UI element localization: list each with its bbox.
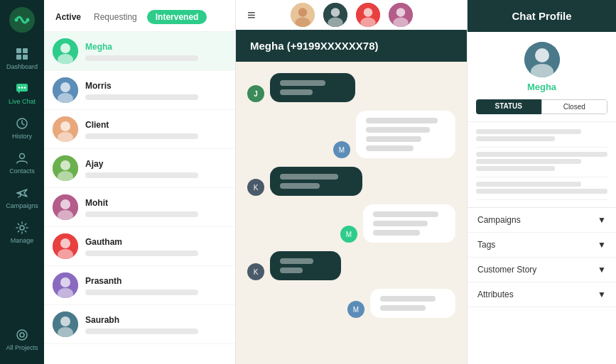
svg-point-23 — [60, 121, 70, 131]
msg-line — [380, 296, 436, 302]
svg-point-41 — [298, 8, 307, 17]
sidebar-item-history[interactable]: History — [0, 111, 44, 145]
dropdown-label: Tags — [477, 240, 495, 250]
message-bubble-received — [356, 111, 455, 158]
msg-avatar: M — [347, 301, 364, 318]
contact-name: Mohit — [85, 198, 227, 208]
svg-point-10 — [24, 87, 26, 89]
avatar — [53, 272, 78, 298]
contact-name: Ajay — [85, 159, 227, 169]
msg-avatar: J — [247, 85, 264, 102]
app-logo[interactable] — [9, 7, 35, 33]
message-preview — [85, 55, 198, 61]
dropdown-section: Campaigns ▼ Tags ▼ Customer Story ▼ Attr… — [468, 207, 616, 307]
top-avatar[interactable] — [387, 1, 414, 28]
svg-point-53 — [535, 48, 549, 62]
svg-point-42 — [295, 18, 310, 28]
msg-avatar: K — [247, 263, 264, 280]
svg-point-17 — [60, 43, 70, 53]
contact-name: Gautham — [85, 237, 227, 247]
msg-line — [280, 268, 303, 273]
top-avatars-bar: ≡ — [236, 0, 467, 30]
message-bubble-sent — [270, 251, 341, 280]
list-item[interactable]: Prasanth — [44, 266, 235, 305]
msg-line — [280, 174, 338, 180]
list-item[interactable]: Gautham — [44, 227, 235, 266]
list-item[interactable]: Megha — [44, 32, 235, 71]
svg-rect-3 — [16, 48, 21, 53]
list-item[interactable]: Saurabh — [44, 305, 235, 344]
chat-item-info: Morris — [85, 81, 227, 100]
svg-rect-5 — [16, 55, 21, 60]
message-preview — [85, 289, 198, 295]
list-item[interactable]: Ajay — [44, 149, 235, 188]
sidebar-item-campaigns[interactable]: Campaigns — [0, 180, 44, 215]
campaigns-icon — [15, 186, 29, 200]
svg-point-44 — [330, 8, 340, 17]
sidebar-item-manage[interactable]: Manage — [0, 215, 44, 250]
profile-avatar — [524, 42, 560, 77]
sidebar-item-all-projects[interactable]: All Projects — [0, 322, 44, 357]
message-row: K — [247, 167, 455, 196]
svg-point-45 — [328, 18, 342, 28]
filter-icon[interactable]: ≡ — [247, 7, 256, 23]
dropdown-customer-story[interactable]: Customer Story ▼ — [468, 258, 616, 282]
chat-tabs: Active Requesting Intervened — [44, 0, 235, 32]
message-row: K — [247, 251, 455, 280]
all-projects-icon — [15, 328, 29, 342]
dropdown-campaigns[interactable]: Campaigns ▼ — [468, 208, 616, 233]
sidebar-item-contacts[interactable]: Contacts — [0, 145, 44, 180]
avatar — [53, 311, 78, 337]
message-preview — [85, 172, 198, 178]
svg-point-1 — [15, 18, 18, 22]
list-item[interactable]: Morris — [44, 71, 235, 110]
avatar — [53, 116, 78, 142]
chat-main: ≡ Megha (+9199XXXXXX78) J — [236, 0, 467, 364]
top-avatar[interactable] — [289, 1, 316, 28]
sidebar-label-dashboard: Dashboard — [6, 63, 38, 70]
dropdown-tags[interactable]: Tags ▼ — [468, 233, 616, 258]
svg-point-38 — [60, 316, 70, 326]
message-bubble-received — [370, 289, 455, 318]
sidebar: Dashboard Live Chat History Contacts Ca — [0, 0, 44, 364]
top-avatar[interactable] — [355, 1, 382, 28]
right-panel: Chat Profile Megha STATUS Closed — [467, 0, 616, 364]
info-line — [476, 129, 581, 134]
info-group — [476, 182, 607, 200]
svg-rect-6 — [23, 55, 28, 60]
svg-point-2 — [26, 18, 30, 22]
status-bar: STATUS Closed — [476, 99, 607, 114]
message-bubble-sent — [270, 73, 355, 102]
top-avatar[interactable] — [322, 1, 349, 28]
tab-intervened[interactable]: Intervened — [147, 10, 207, 24]
svg-point-29 — [60, 199, 70, 209]
sidebar-item-dashboard[interactable]: Dashboard — [0, 41, 44, 76]
msg-line — [366, 118, 438, 123]
list-item[interactable]: Mohit — [44, 188, 235, 227]
message-preview — [85, 329, 198, 334]
chat-messages: J M K — [236, 62, 467, 364]
contact-name: Client — [85, 120, 227, 130]
sidebar-label-contacts: Contacts — [9, 167, 35, 175]
msg-line — [373, 211, 438, 217]
sidebar-item-live-chat[interactable]: Live Chat — [0, 76, 44, 111]
tab-active[interactable]: Active — [53, 11, 84, 23]
dropdown-attributes[interactable]: Attributes ▼ — [468, 282, 616, 307]
msg-line — [280, 89, 313, 95]
msg-avatar: M — [340, 226, 357, 243]
contact-name: Saurabh — [85, 315, 227, 325]
message-lines — [280, 258, 331, 273]
chat-list-panel: Active Requesting Intervened Megha Morri… — [44, 0, 236, 364]
info-line — [476, 159, 581, 164]
message-row: M — [247, 111, 455, 158]
contact-name: Megha — [85, 42, 227, 52]
message-preview — [85, 94, 198, 100]
chat-header: Megha (+9199XXXXXX78) — [236, 30, 467, 62]
msg-line — [366, 136, 421, 142]
avatar — [53, 233, 78, 259]
msg-line — [280, 80, 325, 86]
message-bubble-received — [363, 204, 455, 243]
tab-requesting[interactable]: Requesting — [91, 11, 140, 23]
sidebar-label-live-chat: Live Chat — [9, 98, 36, 105]
list-item[interactable]: Client — [44, 110, 235, 149]
